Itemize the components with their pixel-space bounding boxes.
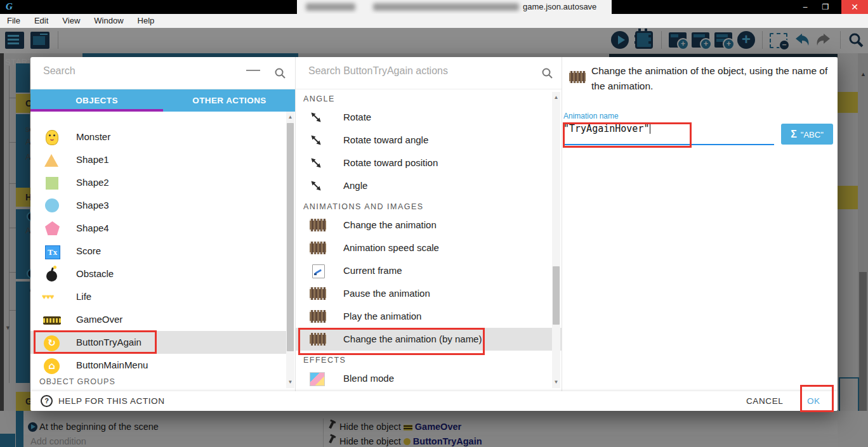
tab-objects[interactable]: OBJECTS	[30, 89, 163, 112]
circle-icon	[45, 198, 59, 212]
menu-item[interactable]: Window	[87, 14, 130, 28]
actions-search-row	[296, 57, 562, 89]
scroll-up-icon[interactable]: ▲	[286, 114, 294, 120]
menu-bar: File Edit View Window Help	[0, 14, 868, 29]
menu-item[interactable]: File	[0, 14, 27, 28]
action-list-item[interactable]: Rotate toward angle	[296, 129, 562, 152]
rotate-icon	[310, 111, 326, 124]
actions-search-input[interactable]	[307, 65, 487, 77]
tab-other-actions[interactable]: OTHER ACTIONS	[163, 89, 296, 112]
object-label: ButtonMainMenu	[76, 360, 148, 370]
object-list-item[interactable]: GameOver	[30, 308, 286, 331]
action-list-item[interactable]: Rotate toward position	[296, 152, 562, 174]
action-section-header: ANIMATIONS AND IMAGES	[296, 197, 562, 214]
action-section: ANIMATIONS AND IMAGES Change the animati…	[296, 197, 562, 351]
window-title: game.json.autosave	[523, 2, 596, 11]
object-list-item[interactable]: Monster	[30, 126, 286, 148]
object-list-item[interactable]: Shape3	[30, 194, 286, 217]
objects-search-row	[30, 57, 296, 89]
help-icon[interactable]: ?	[41, 395, 53, 407]
filter-icon[interactable]	[246, 70, 260, 77]
text-icon	[45, 245, 60, 259]
object-list-item[interactable]: Life	[30, 285, 286, 308]
hearts-icon	[42, 290, 58, 305]
gdevelop-logo-icon	[4, 1, 15, 13]
object-label: Shape3	[76, 200, 109, 211]
search-icon[interactable]	[274, 67, 286, 79]
gameover-icon	[43, 316, 61, 325]
cancel-button[interactable]: CANCEL	[746, 396, 783, 406]
scroll-down-icon[interactable]: ▼	[552, 379, 560, 385]
action-list-item[interactable]: Play the animation	[296, 305, 562, 328]
dialog-footer: ? HELP FOR THIS ACTION CANCEL OK	[30, 391, 838, 411]
help-link[interactable]: HELP FOR THIS ACTION	[58, 396, 165, 406]
expression-editor-button[interactable]: Σ"ABC"	[781, 124, 833, 145]
objects-scrollbar[interactable]: ▲ ▼	[286, 112, 294, 388]
action-label: Play the animation	[343, 311, 421, 321]
film-icon	[310, 242, 326, 254]
object-label: Life	[76, 291, 91, 302]
action-list-item[interactable]: Current frame	[296, 259, 562, 282]
ok-button[interactable]: OK	[807, 396, 820, 406]
object-list-item[interactable]: Shape1	[30, 148, 286, 171]
action-section: EFFECTS Blend mode	[296, 351, 562, 390]
search-icon[interactable]	[541, 67, 553, 79]
maximize-button[interactable]: ❐	[816, 0, 835, 14]
action-label: Rotate toward position	[343, 157, 438, 168]
scrollbar-thumb[interactable]	[553, 266, 560, 325]
object-label: Shape2	[76, 177, 109, 188]
scroll-down-icon[interactable]: ▼	[286, 379, 294, 385]
object-label: Score	[76, 245, 101, 256]
objects-list: Monster Shape1 Shape2 Shape3 Shape4 Scor…	[30, 112, 286, 377]
actions-scrollbar[interactable]: ▲ ▼	[552, 92, 560, 388]
menu-item[interactable]: Edit	[27, 14, 55, 28]
menu-item[interactable]: Help	[131, 14, 162, 28]
action-list-item[interactable]: Angle	[296, 174, 562, 197]
objects-search-input[interactable]	[42, 65, 222, 77]
frame-icon	[312, 264, 325, 278]
object-list-item[interactable]: Shape2	[30, 171, 286, 194]
action-label: Change the animation	[343, 219, 437, 230]
scrollbar-thumb[interactable]	[287, 123, 294, 351]
blend-icon	[310, 372, 325, 386]
triangle-icon	[44, 154, 58, 167]
action-list-item[interactable]: Rotate	[296, 106, 562, 129]
action-label: Current frame	[343, 265, 402, 276]
action-list-item[interactable]: Change the animation (by name)	[296, 328, 562, 351]
animation-name-input[interactable]: "TryAgainHover"	[563, 123, 650, 134]
title-redaction-patch: game.json.autosave	[297, 0, 612, 14]
object-list-item[interactable]: ButtonMainMenu	[30, 354, 286, 377]
rotate-icon	[310, 179, 326, 192]
action-description: Change the animation of the object, usin…	[591, 63, 838, 94]
text-cursor	[650, 123, 650, 134]
action-list-item[interactable]: Blend mode	[296, 367, 562, 390]
actions-list: ANGLE Rotate Rotate toward angle Rotate …	[296, 89, 562, 391]
action-label: Rotate	[343, 112, 371, 122]
action-label: Blend mode	[343, 373, 394, 384]
animation-name-label: Animation name	[563, 112, 619, 120]
object-list-item[interactable]: ButtonTryAgain	[30, 331, 286, 354]
menu-item[interactable]: View	[55, 14, 87, 28]
object-label: Shape1	[76, 154, 109, 165]
rotate-icon	[310, 134, 326, 146]
button-home-icon	[44, 358, 60, 374]
input-underline	[563, 144, 774, 145]
object-groups-header: OBJECT GROUPS	[39, 377, 115, 386]
film-icon	[310, 287, 326, 300]
scroll-up-icon[interactable]: ▲	[552, 94, 560, 100]
action-label: Angle	[343, 180, 367, 191]
object-list-item[interactable]: Shape4	[30, 217, 286, 240]
film-icon	[310, 219, 326, 231]
object-label: Shape4	[76, 223, 109, 233]
close-button[interactable]: ✕	[841, 0, 868, 14]
action-list-item[interactable]: Pause the animation	[296, 282, 562, 305]
minimize-button[interactable]: –	[796, 0, 815, 14]
title-bar: game.json.autosave – ❐ ✕	[0, 0, 868, 14]
action-list-item[interactable]: Change the animation	[296, 214, 562, 236]
action-label: Change the animation (by name)	[343, 334, 482, 344]
redacted-title-part	[306, 3, 355, 11]
action-list-item[interactable]: Animation speed scale	[296, 236, 562, 259]
object-list-item[interactable]: Score	[30, 240, 286, 262]
object-list-item[interactable]: Obstacle	[30, 262, 286, 285]
gdevelop-window: game.json.autosave – ❐ ✕ File Edit View …	[0, 0, 868, 447]
